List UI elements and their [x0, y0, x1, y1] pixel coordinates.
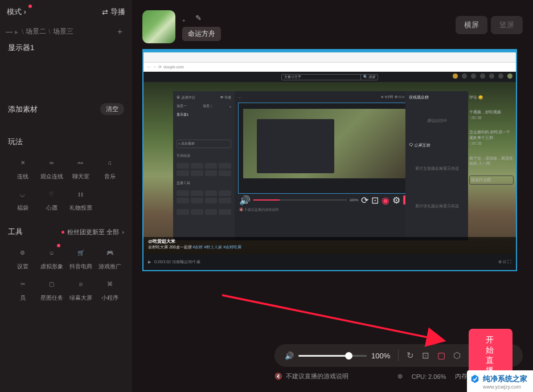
orient-horizontal[interactable]: 横屏 — [456, 16, 487, 34]
nested-window: ⦿ 直播伴侣⇄ 导播 场景一场景二+ 显示器1 + 添加素材 互动玩法 直播工具… — [173, 91, 435, 240]
stream-tag[interactable]: 命运方舟 — [182, 27, 221, 41]
scene-tab[interactable]: 场景三 — [53, 27, 73, 36]
play-item-wish[interactable]: ♡心愿 — [37, 186, 66, 212]
search-box: 大胃小王子🔍 搜索 — [281, 74, 378, 80]
scene-tab[interactable]: 场景二 — [26, 27, 46, 36]
caption-bar: @吃货赵大米 农村吃大席 200桌一起摆 #农村 #村上人家 #农村吃席 — [144, 237, 516, 254]
settings-icon[interactable]: ⬡ — [453, 350, 461, 361]
tools-section-title: 工具 — [8, 227, 23, 237]
play-section-title: 玩法 — [8, 137, 23, 147]
orient-vertical[interactable]: 竖屏 — [491, 16, 523, 34]
scene-tab[interactable]: — — [6, 28, 13, 36]
play-item-vote[interactable]: ⫿⫿礼物投票 — [66, 186, 95, 212]
refresh-icon[interactable]: ↻ — [407, 350, 414, 361]
tool-settings[interactable]: ⚙设置 — [8, 245, 37, 271]
preview-canvas[interactable]: ←→⟳douyin.com 大胃小王子🔍 搜索 ⦿ 直播伴侣⇄ 导播 场景一场景… — [142, 49, 517, 271]
edit-icon[interactable]: ✎ — [195, 14, 202, 22]
tool-avatar[interactable]: ☺虚拟形象 — [37, 245, 66, 271]
stream-title: 。 — [182, 13, 190, 23]
health-icon: ⊚ — [397, 373, 403, 380]
stream-thumbnail[interactable] — [142, 10, 175, 43]
play-item-bag[interactable]: ◡福袋 — [8, 186, 37, 212]
play-item-music[interactable]: ♫音乐 — [95, 155, 124, 181]
browser-tab-bar — [144, 52, 516, 63]
camera-icon[interactable]: ▢ — [437, 350, 445, 361]
control-bar: 🔊 100% ↻ ⊡ ▢ ⬡ 开始直播 — [274, 344, 523, 367]
play-bar: ▶0:20/3:02 河南曝出50个菜⚙ ⊡ ⛶ — [144, 254, 516, 270]
tool-miniapp[interactable]: ⌘小程序 — [95, 276, 124, 302]
monitor-label[interactable]: 显示器1 — [0, 43, 132, 58]
tip-text[interactable]: 🔇不建议直播的游戏说明 — [274, 372, 348, 381]
tool-xingtu[interactable]: ▢星图任务 — [37, 276, 66, 302]
clear-button[interactable]: 清空 — [100, 103, 124, 115]
add-scene-icon[interactable]: ＋ — [113, 26, 126, 37]
tool-gamepromo[interactable]: 🎮游戏推广 — [95, 245, 124, 271]
play-item-lianxian[interactable]: ✕连线 — [8, 155, 37, 181]
add-material-label[interactable]: 添加素材 — [8, 104, 38, 115]
comments: 评论 😊 个视频，好吃视频♡0 ☐0 怎么做到的 好吃成一个规矩来个三四♡0 ☐… — [469, 95, 514, 194]
speaker-icon[interactable]: 🔊 — [285, 352, 294, 360]
volume-control[interactable]: 🔊 100% — [285, 352, 390, 360]
main-area: 。✎ 命运方舟 横屏 竖屏 ←→⟳douyin.com 大胃小王子🔍 搜索 ⦿ … — [132, 0, 533, 392]
tool-greenscreen[interactable]: ⎚绿幕大屏 — [66, 276, 95, 302]
mode-label[interactable]: 模式 › — [7, 7, 26, 17]
url-bar: ←→⟳douyin.com — [144, 63, 516, 72]
cpu-stat: CPU: 2.06% — [412, 373, 446, 380]
mute-icon: 🔇 — [274, 373, 282, 380]
orientation-toggle: 横屏 竖屏 — [456, 16, 523, 34]
volume-slider[interactable] — [298, 355, 367, 357]
sidebar: 模式 › ⇄ 导播 —▸\ 场景二\ 场景三 ＋ 显示器1 添加素材 清空 玩法… — [0, 0, 132, 392]
tool-member[interactable]: ✂员 — [8, 276, 37, 302]
fans-update-link[interactable]: 粉丝团更新至 全部 › — [62, 228, 124, 236]
play-item-chat[interactable]: ᨐ聊天室 — [66, 155, 95, 181]
daobo-button[interactable]: ⇄ 导播 — [102, 7, 125, 17]
watermark: 纯净系统之家www.ycwjzy.com — [467, 370, 533, 392]
play-item-audience[interactable]: ∞观众连线 — [37, 155, 66, 181]
scene-tabs: —▸\ 场景二\ 场景三 ＋ — [0, 22, 132, 43]
volume-value: 100% — [371, 352, 390, 360]
screen-icon[interactable]: ⊡ — [422, 350, 429, 361]
tool-ecommerce[interactable]: 🛒抖音电商 — [66, 245, 95, 271]
side-panel: 在线观众榜 虚位以待中 🗨 公屏互动 累计互动观众将显示在这 累计送礼观众将显示… — [405, 91, 468, 240]
